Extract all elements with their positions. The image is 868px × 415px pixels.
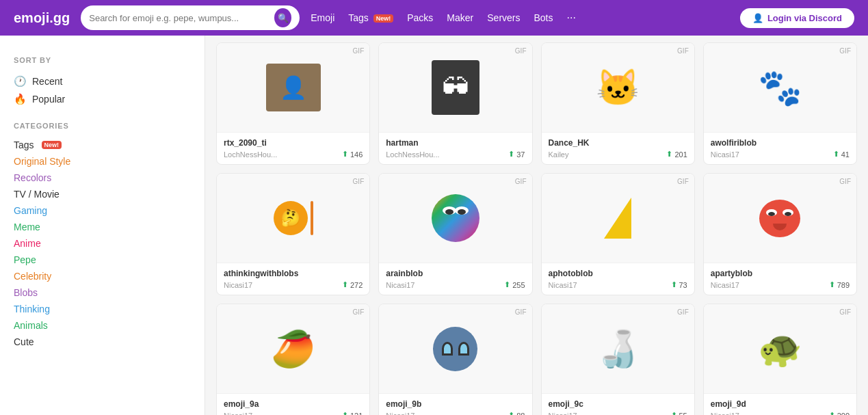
card-info-4: athinkingwithblobs Nicasi17 ⬆ 272 xyxy=(217,263,369,295)
card-meta-1: LochNessHou... ⬆ 37 xyxy=(386,150,525,159)
cat-tv-movie[interactable]: TV / Movie xyxy=(14,186,191,202)
gif-badge-5: GIF xyxy=(515,178,527,185)
emoji-card-3[interactable]: GIF 🐾 awolfiriblob Nicasi17 ⬆ 41 xyxy=(703,42,857,165)
cat-meme[interactable]: Meme xyxy=(14,219,191,235)
nav-bots[interactable]: Bots xyxy=(534,12,553,23)
cat-anime[interactable]: Anime xyxy=(14,235,191,252)
mango-icon: 🥭 xyxy=(271,328,315,370)
card-count-11: ⬆ 200 xyxy=(829,411,850,415)
cat-tags[interactable]: Tags New! xyxy=(14,137,191,153)
card-info-10: emoji_9c Nicasi17 ⬆ 55 xyxy=(542,393,694,415)
gif-badge-9: GIF xyxy=(515,308,527,316)
card-author-11: Nicasi17 xyxy=(711,412,739,416)
card-name-5: arainblob xyxy=(386,269,525,278)
red-blob-icon xyxy=(759,200,800,237)
emoji-card-2[interactable]: GIF 🐱 Dance_HK Kailey ⬆ 201 xyxy=(541,42,695,165)
card-name-0: rtx_2090_ti xyxy=(224,138,363,148)
count-icon-8: ⬆ xyxy=(342,411,348,415)
sort-title: SORT BY xyxy=(14,56,191,64)
card-info-11: emoji_9d Nicasi17 ⬆ 200 xyxy=(704,393,856,415)
card-meta-6: Nicasi17 ⬆ 73 xyxy=(549,280,687,289)
gif-badge-0: GIF xyxy=(353,47,365,55)
emoji-card-11[interactable]: GIF 🐢 emoji_9d Nicasi17 ⬆ 200 xyxy=(703,304,857,415)
gif-badge-2: GIF xyxy=(677,47,689,55)
search-input[interactable] xyxy=(89,13,270,23)
emoji-card-0[interactable]: GIF 👤 rtx_2090_ti LochNessHou... ⬆ 146 xyxy=(216,42,370,165)
card-info-8: emoji_9a Nicasi17 ⬆ 121 xyxy=(217,393,369,415)
card-name-9: emoji_9b xyxy=(386,399,525,409)
sort-recent[interactable]: 🕐 Recent xyxy=(14,72,191,90)
rainbow-blob-icon xyxy=(432,194,479,242)
count-icon-6: ⬆ xyxy=(671,280,677,289)
nav: Emoji Tags New! Packs Maker Servers Bots… xyxy=(311,12,729,24)
card-name-2: Dance_HK xyxy=(549,138,687,148)
emoji-card-6[interactable]: GIF aphotoblob Nicasi17 ⬆ 73 xyxy=(541,173,695,295)
login-button[interactable]: 👤 Login via Discord xyxy=(740,8,854,28)
card-image-3: GIF 🐾 xyxy=(704,43,856,132)
card-author-6: Nicasi17 xyxy=(549,281,577,289)
card-count-9: ⬆ 88 xyxy=(508,411,525,415)
nav-tags[interactable]: Tags New! xyxy=(348,12,393,23)
kitty-icon: 🐱 xyxy=(596,67,640,109)
card-image-5: GIF xyxy=(379,174,531,263)
emoji-card-5[interactable]: GIF arainblob Nicasi17 ⬆ 255 xyxy=(378,173,532,295)
card-info-6: aphotoblob Nicasi17 ⬆ 73 xyxy=(542,263,694,295)
card-author-8: Nicasi17 xyxy=(224,412,252,416)
count-icon-9: ⬆ xyxy=(508,411,514,415)
count-icon-0: ⬆ xyxy=(342,150,348,159)
sidebar: SORT BY 🕐 Recent 🔥 Popular CATEGORIES Ta… xyxy=(0,36,205,415)
nav-servers[interactable]: Servers xyxy=(487,12,520,23)
sort-recent-label: Recent xyxy=(32,76,62,87)
emoji-card-4[interactable]: GIF 🤔 athinkingwithblobs Nicasi17 ⬆ 272 xyxy=(216,173,370,295)
cat-gaming[interactable]: Gaming xyxy=(14,202,191,219)
card-name-6: aphotoblob xyxy=(549,269,687,278)
cat-animals[interactable]: Animals xyxy=(14,317,191,334)
nav-emoji[interactable]: Emoji xyxy=(311,12,334,23)
site-logo: emoji.gg xyxy=(14,10,70,26)
discord-icon: 👤 xyxy=(752,13,763,23)
cat-original-style[interactable]: Original Style xyxy=(14,153,191,170)
gif-badge-11: GIF xyxy=(839,308,851,316)
more-menu-button[interactable]: ··· xyxy=(567,12,576,24)
nav-maker[interactable]: Maker xyxy=(447,12,473,23)
card-name-8: emoji_9a xyxy=(224,399,363,409)
card-meta-9: Nicasi17 ⬆ 88 xyxy=(386,411,525,415)
card-info-9: emoji_9b Nicasi17 ⬆ 88 xyxy=(379,393,531,415)
card-meta-3: Nicasi17 ⬆ 41 xyxy=(711,150,850,159)
card-meta-2: Kailey ⬆ 201 xyxy=(549,150,687,159)
cat-pepe[interactable]: Pepe xyxy=(14,252,191,268)
nav-packs[interactable]: Packs xyxy=(407,12,433,23)
cat-cute[interactable]: Cute xyxy=(14,334,191,350)
cat-thinking[interactable]: Thinking xyxy=(14,301,191,317)
cat-tags-badge: New! xyxy=(42,141,62,149)
card-name-1: hartman xyxy=(386,138,525,148)
search-button[interactable]: 🔍 xyxy=(274,8,291,27)
card-author-7: Nicasi17 xyxy=(711,281,739,289)
turtle-icon: 🐢 xyxy=(758,328,802,370)
card-author-3: Nicasi17 xyxy=(711,150,739,159)
sort-popular[interactable]: 🔥 Popular xyxy=(14,90,191,108)
card-name-11: emoji_9d xyxy=(711,399,850,409)
potion-icon: 🍶 xyxy=(596,328,640,370)
emoji-card-8[interactable]: GIF 🥭 emoji_9a Nicasi17 ⬆ 121 xyxy=(216,304,370,415)
gif-badge-10: GIF xyxy=(677,308,689,316)
card-count-2: ⬆ 201 xyxy=(666,150,687,159)
emoji-card-9[interactable]: GIF emoji_9b Nicasi17 xyxy=(378,304,532,415)
emoji-card-7[interactable]: GIF apartyblob Nicasi17 ⬆ xyxy=(703,173,857,295)
card-author-2: Kailey xyxy=(549,150,569,159)
cat-recolors[interactable]: Recolors xyxy=(14,170,191,186)
emoji-card-10[interactable]: GIF 🍶 emoji_9c Nicasi17 ⬆ 55 xyxy=(541,304,695,415)
emoji-card-1[interactable]: GIF 🕶 hartman LochNessHou... ⬆ 37 xyxy=(378,42,532,165)
card-count-0: ⬆ 146 xyxy=(342,150,363,159)
gif-badge-4: GIF xyxy=(353,178,365,185)
cat-celebrity[interactable]: Celebrity xyxy=(14,268,191,284)
count-icon-2: ⬆ xyxy=(666,150,672,159)
cat-blobs[interactable]: Blobs xyxy=(14,284,191,301)
card-count-4: ⬆ 272 xyxy=(342,280,363,289)
card-count-10: ⬆ 55 xyxy=(671,411,687,415)
card-meta-10: Nicasi17 ⬆ 55 xyxy=(549,411,687,415)
card-name-4: athinkingwithblobs xyxy=(224,269,363,278)
card-image-1: GIF 🕶 xyxy=(379,43,531,132)
card-meta-5: Nicasi17 ⬆ 255 xyxy=(386,280,525,289)
card-image-8: GIF 🥭 xyxy=(217,304,369,393)
